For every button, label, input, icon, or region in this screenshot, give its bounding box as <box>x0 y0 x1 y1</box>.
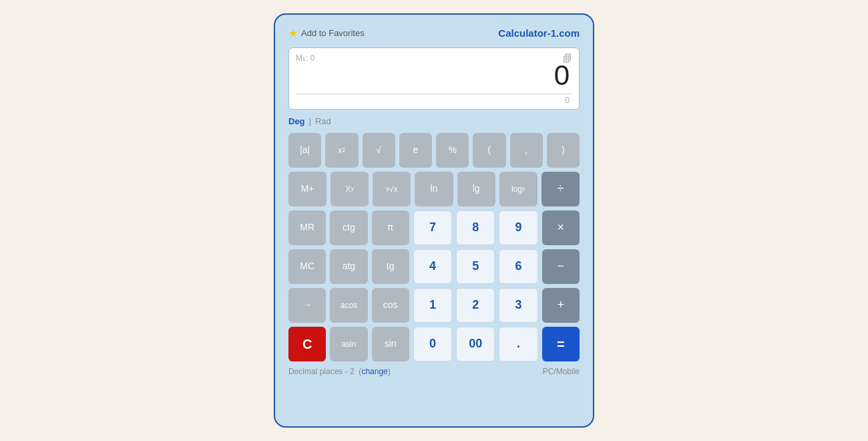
eight-button[interactable]: 8 <box>456 210 495 245</box>
ctg-button[interactable]: ctg <box>330 210 367 245</box>
main-display: 0 <box>296 53 572 91</box>
open-paren-button[interactable]: ( <box>473 133 505 168</box>
ln-button[interactable]: ln <box>415 172 453 206</box>
zero-button[interactable]: 0 <box>413 327 452 361</box>
btn-row-4: MC atg tg 4 5 6 − <box>288 249 580 284</box>
decimal-label: Decimal places - 2 <box>288 367 355 376</box>
logy-button[interactable]: logy <box>499 172 537 206</box>
sqrt-button[interactable]: √ <box>363 133 395 168</box>
divide-button[interactable]: ÷ <box>541 172 580 206</box>
mem-clear-button[interactable]: MC <box>288 249 326 284</box>
percent-button[interactable]: % <box>436 133 469 168</box>
buttons-grid: |a| x2 √ e % ( , ) M+ Xy y√x ln lg logy … <box>288 133 580 361</box>
site-title: Calculator-1.com <box>498 27 580 39</box>
cos-button[interactable]: cos <box>372 288 409 323</box>
subtract-button[interactable]: − <box>542 249 580 284</box>
deg-mode[interactable]: Deg <box>288 116 305 126</box>
display-area: M₁: 0 🗐 0 0 <box>288 47 580 110</box>
mode-selector: Deg | Rad <box>288 116 580 126</box>
mem-add-button[interactable]: M+ <box>288 172 327 206</box>
close-paren-button[interactable]: ) <box>547 133 580 168</box>
clear-button[interactable]: C <box>288 327 326 361</box>
arrow-button[interactable]: → <box>288 288 326 323</box>
atg-button[interactable]: atg <box>330 249 367 284</box>
two-button[interactable]: 2 <box>456 288 495 323</box>
calculator: ★ Add to Favorites Calculator-1.com M₁: … <box>274 13 594 428</box>
footer: Decimal places - 2 (change) PC/Mobile <box>288 367 580 376</box>
mem-recall-button[interactable]: MR <box>288 210 326 245</box>
asin-button[interactable]: asin <box>330 327 367 361</box>
platform-label: PC/Mobile <box>543 367 580 376</box>
add-favorites-button[interactable]: ★ Add to Favorites <box>288 27 365 39</box>
one-button[interactable]: 1 <box>413 288 452 323</box>
star-icon: ★ <box>288 27 298 39</box>
btn-row-6: C asin sin 0 00 . = <box>288 327 580 361</box>
rad-mode[interactable]: Rad <box>315 116 331 126</box>
secondary-display: 0 <box>296 96 572 105</box>
btn-row-2: M+ Xy y√x ln lg logy ÷ <box>288 172 580 206</box>
euler-button[interactable]: e <box>399 133 432 168</box>
double-zero-button[interactable]: 00 <box>456 327 495 361</box>
five-button[interactable]: 5 <box>456 249 495 284</box>
power-button[interactable]: Xy <box>331 172 369 206</box>
yroot-button[interactable]: y√x <box>373 172 411 206</box>
mode-separator: | <box>309 116 311 126</box>
pi-button[interactable]: π <box>372 210 409 245</box>
seven-button[interactable]: 7 <box>413 210 452 245</box>
memory-label: M₁: 0 <box>296 53 314 63</box>
btn-row-1: |a| x2 √ e % ( , ) <box>288 133 580 168</box>
nine-button[interactable]: 9 <box>499 210 537 245</box>
lg-button[interactable]: lg <box>457 172 495 206</box>
acos-button[interactable]: acos <box>330 288 367 323</box>
decimal-info: Decimal places - 2 (change) <box>288 367 391 376</box>
change-link[interactable]: change <box>361 367 387 376</box>
multiply-button[interactable]: × <box>542 210 580 245</box>
btn-row-5: → acos cos 1 2 3 + <box>288 288 580 323</box>
abs-button[interactable]: |a| <box>288 133 321 168</box>
square-button[interactable]: x2 <box>325 133 358 168</box>
tg-button[interactable]: tg <box>372 249 409 284</box>
equals-button[interactable]: = <box>542 327 580 361</box>
add-button[interactable]: + <box>542 288 580 323</box>
decimal-button[interactable]: . <box>499 327 537 361</box>
favorites-label: Add to Favorites <box>301 28 365 38</box>
three-button[interactable]: 3 <box>499 288 537 323</box>
comma-button[interactable]: , <box>510 133 543 168</box>
header: ★ Add to Favorites Calculator-1.com <box>288 27 580 39</box>
four-button[interactable]: 4 <box>413 249 452 284</box>
sin-button[interactable]: sin <box>372 327 409 361</box>
display-divider <box>296 94 572 94</box>
copy-icon[interactable]: 🗐 <box>563 53 572 64</box>
six-button[interactable]: 6 <box>499 249 537 284</box>
btn-row-3: MR ctg π 7 8 9 × <box>288 210 580 245</box>
